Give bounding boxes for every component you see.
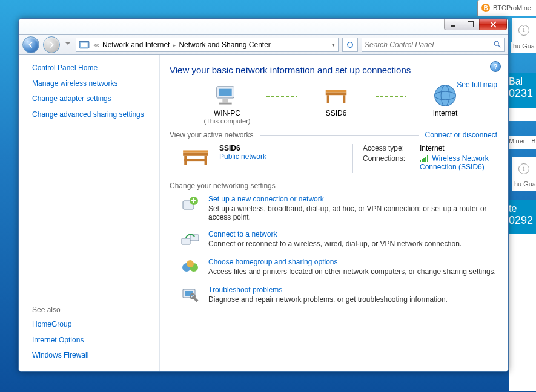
maximize-button[interactable] — [462, 19, 480, 30]
network-map: WIN-PC (This computer) SSID6 Inter — [188, 83, 497, 125]
browser-tab-label: BTCProMine — [493, 4, 531, 11]
sidebar-control-panel-home[interactable]: Control Panel Home — [32, 64, 98, 72]
settings-item: Set up a new connection or network Set u… — [180, 195, 497, 221]
troubleshoot-icon — [180, 286, 200, 305]
svg-rect-8 — [326, 92, 346, 95]
refresh-button[interactable] — [342, 38, 358, 52]
sidebar-manage-wireless[interactable]: Manage wireless networks — [32, 79, 117, 88]
computer-icon — [213, 83, 241, 108]
sidebar-change-adapter[interactable]: Change adapter settings — [32, 94, 111, 103]
access-type-label: Access type: — [363, 144, 415, 152]
browser-tab[interactable]: B BTCProMine — [477, 0, 536, 16]
new-connection-icon — [180, 195, 200, 214]
address-dropdown[interactable]: ▾ — [328, 42, 338, 48]
balance-value: 0231 — [509, 87, 536, 100]
homegroup-icon — [180, 258, 200, 277]
active-networks-heading: View your active networks — [170, 131, 254, 139]
see-also-heading: See also — [32, 305, 153, 314]
breadcrumb-item[interactable]: Network and Internet — [101, 41, 171, 49]
troubleshoot-desc: Diagnose and repair network problems, or… — [208, 295, 448, 304]
breadcrumb-item[interactable]: Network and Sharing Center — [177, 41, 272, 49]
svg-line-3 — [498, 45, 501, 47]
see-full-map-link[interactable]: See full map — [457, 80, 497, 89]
svg-rect-7 — [219, 102, 232, 104]
sidebar-homegroup[interactable]: HomeGroup — [32, 320, 71, 328]
troubleshoot-link[interactable]: Troubleshoot problems — [208, 286, 282, 294]
network-node-pc: WIN-PC (This computer) — [188, 83, 266, 125]
address-bar[interactable]: ≪ Network and Internet ▸ Network and Sha… — [76, 38, 339, 52]
node-label: SSID6 — [326, 109, 347, 117]
forward-button[interactable] — [43, 36, 60, 53]
change-settings-heading: Change your networking settings — [170, 181, 276, 190]
svg-rect-6 — [222, 99, 228, 103]
background-strip — [509, 108, 536, 121]
bitcoin-icon: B — [481, 4, 490, 12]
svg-rect-11 — [343, 95, 345, 103]
nav-toolbar: ≪ Network and Internet ▸ Network and Sha… — [19, 34, 508, 55]
svg-rect-5 — [219, 88, 232, 95]
close-button[interactable] — [479, 19, 507, 30]
sidebar-windows-firewall[interactable]: Windows Firewall — [32, 351, 88, 359]
te-panel: te 0292 — [506, 200, 536, 237]
globe-icon — [431, 83, 459, 108]
balance-panel: Bal 0231 — [506, 73, 536, 111]
nav-history-dropdown[interactable] — [64, 38, 72, 51]
homegroup-link[interactable]: Choose homegroup and sharing options — [208, 258, 337, 266]
connections-label: Connections: — [363, 154, 415, 171]
svg-point-26 — [187, 260, 194, 267]
background-strip-2 — [509, 234, 536, 391]
setup-connection-link[interactable]: Set up a new connection or network — [208, 195, 324, 203]
breadcrumb-chevron-icon[interactable]: ≪ — [92, 42, 101, 48]
connect-disconnect-link[interactable]: Connect or disconnect — [425, 131, 497, 139]
sidebar-advanced-sharing[interactable]: Change advanced sharing settings — [32, 110, 144, 119]
svg-point-2 — [494, 41, 498, 45]
sidebar: Control Panel Home Manage wireless netwo… — [19, 55, 160, 372]
connection-link[interactable]: Wireless Network Connection (SSID6) — [420, 154, 489, 171]
svg-rect-22 — [182, 238, 190, 244]
node-sublabel: (This computer) — [203, 117, 250, 125]
active-network: SSID6 Public network Access type: Intern… — [180, 144, 497, 173]
node-label: WIN-PC — [214, 109, 240, 117]
network-type-link[interactable]: Public network — [219, 152, 266, 161]
connect-network-icon — [180, 230, 200, 249]
svg-point-12 — [435, 85, 456, 106]
network-edge — [266, 96, 297, 97]
minimize-button[interactable] — [444, 19, 462, 30]
main-content: ? View your basic network information an… — [160, 55, 508, 372]
svg-rect-9 — [326, 90, 346, 92]
settings-item: Connect to a network Connect or reconnec… — [180, 230, 497, 249]
signal-strength-icon — [420, 156, 428, 162]
addressbar-info-icon: i — [512, 18, 536, 42]
active-network-name: SSID6 — [219, 144, 240, 152]
bench-icon — [322, 83, 350, 108]
search-box[interactable] — [362, 38, 505, 52]
svg-rect-28 — [185, 291, 193, 296]
search-input[interactable] — [362, 38, 491, 51]
te-label: te — [509, 203, 536, 214]
te-value: 0292 — [509, 214, 536, 227]
search-icon[interactable] — [491, 40, 504, 50]
connect-network-link[interactable]: Connect to a network — [208, 230, 277, 238]
svg-rect-19 — [184, 159, 207, 161]
addressbar-info-icon-2: i — [512, 157, 536, 180]
connect-network-desc: Connect or reconnect to a wireless, wire… — [208, 240, 462, 248]
settings-item: Troubleshoot problems Diagnose and repai… — [180, 286, 497, 305]
help-icon[interactable]: ? — [490, 61, 501, 72]
settings-item: Choose homegroup and sharing options Acc… — [180, 258, 497, 277]
window-buttons — [445, 19, 507, 30]
svg-rect-16 — [183, 150, 208, 152]
svg-rect-1 — [81, 43, 87, 47]
network-node-internet: Internet — [406, 83, 485, 125]
breadcrumb-chevron-icon[interactable]: ▸ — [171, 42, 177, 48]
node-label: Internet — [433, 109, 458, 117]
window-titlebar[interactable] — [19, 19, 508, 34]
bench-icon — [180, 144, 211, 168]
background-text-2: hu Gua — [512, 180, 536, 191]
miner-label: Miner - B — [508, 136, 536, 149]
network-node-router: SSID6 — [297, 83, 376, 125]
control-panel-icon — [79, 39, 90, 50]
sidebar-internet-options[interactable]: Internet Options — [32, 336, 84, 344]
background-text: hu Gua — [511, 42, 536, 53]
back-button[interactable] — [22, 36, 39, 53]
setup-connection-desc: Set up a wireless, broadband, dial-up, a… — [208, 204, 497, 221]
